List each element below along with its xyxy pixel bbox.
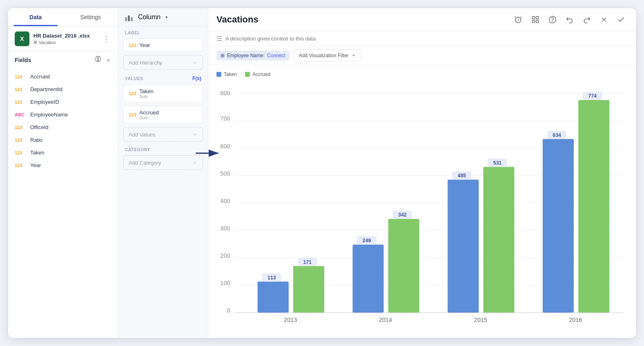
chart-type-selector[interactable]: Column ▾ bbox=[118, 8, 208, 27]
field-label-accrued: Accrued bbox=[30, 74, 50, 80]
add-values-button[interactable]: Add Values ＋ bbox=[123, 127, 203, 142]
values-label: VALUES bbox=[125, 76, 192, 81]
close-icon[interactable] bbox=[597, 13, 611, 26]
left-panel: Data Settings X HR Dataset_2016 .xlsx ⊞ … bbox=[8, 8, 118, 338]
field-item-employeename[interactable]: ABC EmployeeName bbox=[8, 108, 118, 121]
bar-accrued-2016[interactable] bbox=[578, 100, 609, 313]
svg-text:700: 700 bbox=[220, 115, 230, 122]
x-label-2015: 2015 bbox=[474, 317, 487, 323]
brain-icon[interactable] bbox=[94, 56, 102, 65]
field-item-officeid[interactable]: 123 OfficeId bbox=[8, 121, 118, 134]
svg-text:500: 500 bbox=[220, 170, 230, 177]
value-field-accrued-name: Accrued bbox=[139, 109, 159, 116]
add-filter-label: Add Visualization Filter bbox=[299, 53, 349, 58]
label-taken-2016: 634 bbox=[553, 132, 561, 138]
bar-taken-2016[interactable] bbox=[543, 139, 574, 313]
bar-accrued-2013[interactable] bbox=[293, 266, 324, 313]
bar-taken-2015[interactable] bbox=[448, 180, 479, 313]
chart-panel: ☰ ⊞ Employee Name: Connect Add Visualiza… bbox=[208, 8, 636, 338]
legend-accrued-dot bbox=[245, 72, 250, 77]
field-type-num: 123 bbox=[15, 100, 26, 105]
field-item-accrued[interactable]: 123 Accrued bbox=[8, 70, 118, 83]
tab-data[interactable]: Data bbox=[8, 8, 63, 26]
label-accrued-2015: 531 bbox=[493, 160, 502, 166]
config-panel: Column ▾ LABEL 123 Year Add Hierarchy ＋ … bbox=[118, 8, 208, 338]
description-input[interactable] bbox=[225, 36, 628, 42]
label-accrued-2013: 171 bbox=[303, 259, 312, 265]
value-field-taken[interactable]: 123 Taken Sum bbox=[123, 85, 203, 103]
bar-accrued-2015[interactable] bbox=[483, 167, 514, 313]
add-category-label: Add Category bbox=[129, 160, 161, 166]
field-label-ratio: Ratio bbox=[30, 137, 42, 143]
add-filter-button[interactable]: Add Visualization Filter ＋ bbox=[294, 49, 361, 61]
legend-taken: Taken bbox=[216, 71, 237, 77]
filter-chip-employee[interactable]: ⊞ Employee Name: Connect bbox=[216, 51, 290, 60]
tab-settings[interactable]: Settings bbox=[63, 8, 118, 26]
label-field-year[interactable]: 123 Year bbox=[123, 38, 203, 52]
chart-type-label: Column bbox=[138, 13, 160, 21]
fx-button[interactable]: F(x) bbox=[192, 76, 201, 81]
value-field-taken-sub: Sum bbox=[139, 94, 154, 99]
filter-icon: ⊞ bbox=[221, 53, 225, 58]
svg-text:100: 100 bbox=[220, 280, 230, 286]
filter-label: Employee Name: bbox=[227, 53, 265, 58]
description-row: ☰ bbox=[208, 31, 636, 46]
legend-taken-label: Taken bbox=[224, 71, 237, 77]
legend-accrued: Accrued bbox=[245, 71, 270, 77]
value-field-taken-info: Taken Sum bbox=[139, 88, 154, 99]
field-item-departmentid[interactable]: 123 DepartmentId bbox=[8, 83, 118, 96]
value-field-accrued-sub: Sum bbox=[139, 116, 159, 120]
field-type-abc: ABC bbox=[15, 112, 26, 117]
help-icon[interactable] bbox=[546, 13, 559, 26]
value-field-taken-type: 123 bbox=[129, 91, 136, 96]
field-item-taken[interactable]: 123 Taken bbox=[8, 146, 118, 159]
resize-handle-left[interactable] bbox=[116, 69, 118, 338]
add-filter-icon: ＋ bbox=[351, 52, 356, 59]
field-type-num: 123 bbox=[15, 150, 26, 155]
field-item-employeeid[interactable]: 123 EmployeeID bbox=[8, 96, 118, 108]
filter-connect-label: Connect bbox=[267, 53, 285, 58]
label-accrued-2014: 342 bbox=[398, 212, 407, 218]
value-field-accrued-info: Accrued Sum bbox=[139, 109, 159, 120]
add-category-button[interactable]: Add Category ＋ bbox=[123, 155, 203, 170]
filter-row: ⊞ Employee Name: Connect Add Visualizati… bbox=[208, 46, 636, 65]
svg-text:200: 200 bbox=[220, 252, 230, 259]
excel-icon: X bbox=[15, 31, 29, 46]
value-field-accrued-type: 123 bbox=[129, 112, 136, 117]
label-accrued-2016: 774 bbox=[588, 93, 597, 99]
table-grid-icon: ⊞ bbox=[33, 40, 37, 45]
data-source-info: HR Dataset_2016 .xlsx ⊞ Vacation bbox=[33, 33, 97, 45]
add-hierarchy-icon: ＋ bbox=[192, 59, 198, 66]
tab-bar: Data Settings bbox=[8, 8, 118, 27]
alarm-icon[interactable] bbox=[512, 13, 525, 26]
redo-icon[interactable] bbox=[580, 13, 593, 26]
field-type-num: 123 bbox=[15, 138, 26, 143]
y-axis: 0 100 200 300 400 500 600 700 800 bbox=[220, 90, 230, 314]
bar-taken-2014[interactable] bbox=[352, 245, 383, 313]
field-item-ratio[interactable]: 123 Ratio bbox=[8, 134, 118, 146]
field-item-year[interactable]: 123 Year bbox=[8, 159, 118, 172]
svg-rect-4 bbox=[533, 17, 535, 19]
legend-accrued-label: Accrued bbox=[252, 71, 270, 77]
bar-taken-2013[interactable] bbox=[258, 281, 289, 313]
chart-title-input[interactable] bbox=[216, 14, 507, 25]
bar-accrued-2014[interactable] bbox=[388, 219, 419, 313]
chart-type-icon bbox=[125, 13, 135, 21]
grid-icon[interactable] bbox=[529, 13, 542, 26]
bar-group-2015: 485 531 2015 bbox=[448, 158, 514, 323]
bar-chart: 0 100 200 300 400 500 600 700 800 bbox=[216, 81, 628, 334]
undo-icon[interactable] bbox=[563, 13, 576, 26]
chart-area: 0 100 200 300 400 500 600 700 800 bbox=[216, 81, 628, 334]
more-options-button[interactable]: ⋮ bbox=[101, 33, 111, 45]
field-type-num: 123 bbox=[15, 87, 26, 92]
x-label-2016: 2016 bbox=[569, 317, 582, 323]
field-label-employeeid: EmployeeID bbox=[30, 99, 59, 105]
x-label-2014: 2014 bbox=[379, 317, 392, 323]
bar-group-2014: 249 342 2014 bbox=[352, 211, 419, 323]
add-field-button[interactable]: ＋ bbox=[105, 56, 111, 65]
confirm-icon[interactable] bbox=[615, 13, 628, 26]
data-source-table: ⊞ Vacation bbox=[33, 40, 97, 45]
value-field-accrued[interactable]: 123 Accrued Sum bbox=[123, 106, 203, 124]
add-hierarchy-button[interactable]: Add Hierarchy ＋ bbox=[123, 55, 203, 70]
fields-title: Fields bbox=[15, 57, 91, 63]
